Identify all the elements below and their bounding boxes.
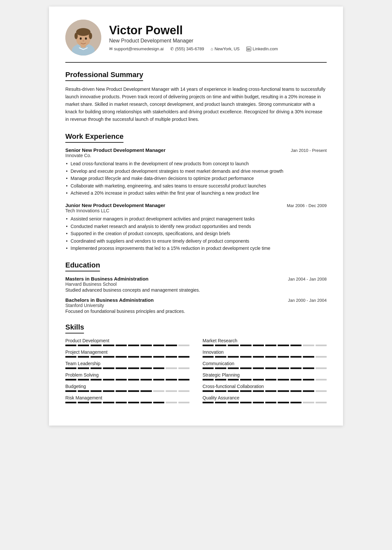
skill-segment — [140, 345, 152, 346]
skill-segment — [140, 402, 152, 403]
skill-bar — [203, 356, 327, 358]
skill-bar — [65, 356, 189, 358]
resume-container: Victor Powell New Product Development Ma… — [49, 7, 343, 426]
skill-name: Market Research — [203, 338, 327, 343]
skill-segment — [253, 379, 264, 380]
skill-segment — [316, 402, 327, 403]
skill-name: Product Development — [65, 338, 189, 343]
bullet-item: Achieved a 20% increase in product sales… — [65, 189, 327, 197]
skill-segment — [166, 356, 177, 358]
skill-segment — [65, 367, 76, 369]
skill-segment — [103, 356, 114, 358]
skill-item: Project Management — [65, 349, 189, 358]
skill-segment — [290, 356, 302, 358]
skill-segment — [78, 356, 89, 358]
skill-segment — [215, 379, 226, 380]
skill-bar — [203, 390, 327, 392]
job-date: Jan 2010 - Present — [291, 148, 327, 153]
svg-point-6 — [89, 33, 92, 39]
education-title: Education — [65, 261, 100, 271]
skill-segment — [103, 367, 114, 369]
skill-segment — [228, 402, 239, 403]
skill-segment — [265, 345, 276, 346]
skill-segment — [265, 379, 276, 380]
skill-bar — [203, 379, 327, 380]
skill-segment — [103, 379, 114, 380]
experience-section: Work Experience Senior New Product Devel… — [65, 132, 327, 252]
skill-segment — [140, 367, 152, 369]
skill-segment — [240, 356, 251, 358]
skill-segment — [290, 379, 302, 380]
skill-segment — [90, 390, 102, 392]
skill-segment — [90, 379, 102, 380]
job-item: Senior New Product Development Manager J… — [65, 147, 327, 197]
edu-school: Stanford University — [65, 303, 327, 308]
edu-header: Bachelors in Business Administration Jan… — [65, 297, 327, 303]
edu-desc: Focused on foundational business princip… — [65, 309, 327, 314]
skill-segment — [203, 379, 214, 380]
skill-name: Communication — [203, 361, 327, 366]
skill-segment — [253, 356, 264, 358]
skill-segment — [203, 367, 214, 369]
bullet-item: Assisted senior managers in product deve… — [65, 215, 327, 222]
job-bullets: Assisted senior managers in product deve… — [65, 215, 327, 252]
location-text: NewYork, US — [215, 46, 240, 51]
skill-segment — [128, 367, 139, 369]
linkedin-contact: in LinkedIn.com — [246, 46, 278, 51]
skill-segment — [228, 345, 239, 346]
edu-degree: Bachelors in Business Administration — [65, 297, 154, 303]
job-item: Junior New Product Development Manager M… — [65, 202, 327, 252]
bullet-item: Implemented process improvements that le… — [65, 245, 327, 252]
skill-segment — [65, 356, 76, 358]
skill-segment — [228, 356, 239, 358]
skills-title: Skills — [65, 323, 84, 333]
skill-segment — [65, 390, 76, 392]
avatar — [65, 20, 101, 56]
skill-segment — [78, 379, 89, 380]
edu-item: Bachelors in Business Administration Jan… — [65, 297, 327, 314]
skill-segment — [140, 379, 152, 380]
skill-bar — [203, 402, 327, 403]
skill-segment — [90, 367, 102, 369]
skill-segment — [178, 345, 189, 346]
header-info: Victor Powell New Product Development Ma… — [109, 24, 327, 52]
bullet-item: Manage product lifecycle and make data-d… — [65, 175, 327, 182]
location-icon: ⌂ — [211, 46, 213, 51]
skill-segment — [178, 379, 189, 380]
skill-segment — [290, 367, 302, 369]
skill-segment — [128, 345, 139, 346]
skill-segment — [203, 356, 214, 358]
skill-segment — [128, 390, 139, 392]
skill-segment — [215, 356, 226, 358]
skill-segment — [65, 379, 76, 380]
skill-segment — [303, 345, 314, 346]
contact-list: ✉ support@resumedesign.ai ✆ (555) 345-67… — [109, 46, 327, 51]
skill-segment — [166, 402, 177, 403]
skill-segment — [140, 390, 152, 392]
skill-segment — [278, 345, 289, 346]
bullet-item: Develop and execute product development … — [65, 168, 327, 175]
skill-segment — [203, 402, 214, 403]
candidate-name: Victor Powell — [109, 24, 327, 37]
skill-name: Budgeting — [65, 384, 189, 389]
skill-item: Team Leadership — [65, 361, 189, 369]
skill-item: Problem Solving — [65, 372, 189, 380]
bullet-item: Coordinated with suppliers and vendors t… — [65, 237, 327, 245]
skill-bar — [203, 367, 327, 369]
skill-segment — [278, 390, 289, 392]
skill-name: Strategic Planning — [203, 372, 327, 378]
skill-name: Innovation — [203, 349, 327, 355]
skill-segment — [153, 367, 164, 369]
job-title: Junior New Product Development Manager — [65, 202, 165, 208]
skill-item: Product Development — [65, 338, 189, 346]
skill-segment — [140, 356, 152, 358]
skill-name: Quality Assurance — [203, 395, 327, 400]
skill-segment — [303, 367, 314, 369]
edu-item: Masters in Business Administration Jan 2… — [65, 276, 327, 293]
skill-segment — [316, 345, 327, 346]
skill-segment — [253, 402, 264, 403]
linkedin-text: LinkedIn.com — [253, 46, 278, 51]
skill-segment — [240, 367, 251, 369]
skill-segment — [128, 356, 139, 358]
skill-segment — [166, 379, 177, 380]
